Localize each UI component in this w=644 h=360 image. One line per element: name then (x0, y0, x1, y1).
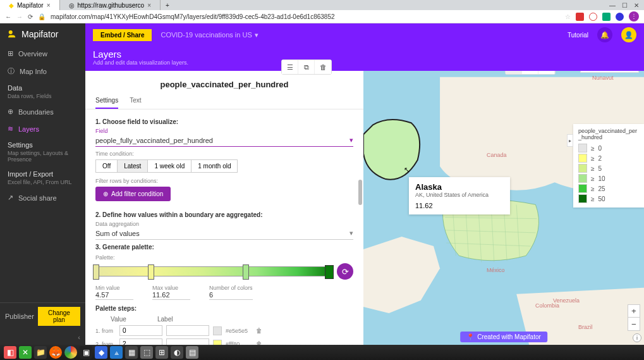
tab-close-icon[interactable]: × (147, 2, 151, 9)
sidebar-item-data[interactable]: Data (0, 80, 85, 93)
new-tab-button[interactable]: + (161, 2, 174, 9)
change-plan-button[interactable]: Change plan (38, 307, 80, 326)
sidebar-sub-data: Data rows, Fields (0, 93, 85, 103)
browser-tab-inactive[interactable]: ◎ https://raw.githubuserco × (60, 0, 161, 10)
sidebar-item-boundaries[interactable]: ⊕Boundaries (0, 103, 85, 120)
sidebar-item-settings[interactable]: Settings (0, 137, 85, 150)
map-title-dropdown[interactable]: COVID-19 vaccinations in US▾ (161, 31, 258, 39)
gradient-handle-start[interactable] (93, 264, 99, 280)
min-value-input[interactable]: 4.57 (95, 291, 133, 300)
step-label-input[interactable] (166, 338, 209, 345)
map-info-button[interactable]: i (633, 333, 641, 342)
map-preview[interactable]: ⛶ ▭ ▯ Fullsize preview (363, 71, 644, 345)
delete-layer-button[interactable]: 🗑 (315, 60, 331, 74)
zoom-in-button[interactable]: + (628, 305, 640, 318)
tutorial-link[interactable]: Tutorial (568, 32, 588, 39)
device-desktop-button[interactable]: ⛶ (506, 71, 522, 74)
sidebar-item-mapinfo[interactable]: ⓘMap Info (0, 62, 85, 80)
taskbar-app-icon[interactable]: ⊞ (155, 346, 168, 359)
taskbar-app-icon[interactable]: ◆ (95, 346, 107, 359)
sidebar-collapse-button[interactable]: ‹ (73, 330, 85, 345)
time-1month-button[interactable]: 1 month old (191, 159, 238, 173)
tab-close-icon[interactable]: × (47, 2, 51, 9)
gradient-handle[interactable] (243, 264, 249, 280)
app-header: Embed / Share COVID-19 vaccinations in U… (85, 23, 644, 46)
gradient-handle-end[interactable] (325, 265, 334, 279)
scrollbar-thumb[interactable] (358, 180, 362, 205)
taskbar-app-icon[interactable]: ◧ (4, 346, 16, 359)
palette-gradient[interactable] (95, 266, 333, 276)
window-minimize-icon[interactable]: ― (609, 2, 616, 9)
browser-tab-active[interactable]: ◆ Mapifator × (0, 0, 60, 10)
fullsize-preview-button[interactable]: Fullsize preview (580, 71, 639, 73)
step-color-swatch[interactable] (213, 340, 222, 345)
tab-favicon: ◆ (9, 2, 14, 9)
nav-back-icon[interactable]: ← (5, 13, 11, 20)
legend-op: ≥ (591, 165, 595, 172)
tab-text[interactable]: Text (130, 93, 141, 109)
chevron-down-icon: ▾ (349, 229, 353, 237)
ncolors-input[interactable]: 6 (209, 291, 253, 300)
sidebar-item-layers[interactable]: ≋Layers (0, 120, 85, 137)
user-icon: 👤 (624, 31, 633, 39)
regenerate-palette-button[interactable]: ⟳ (337, 263, 353, 280)
dashboard-icon: ⊞ (8, 49, 13, 58)
svg-point-0 (9, 30, 13, 34)
gradient-handle[interactable] (148, 264, 154, 280)
sidebar-item-social[interactable]: ↗Social share (0, 189, 85, 206)
max-value-input[interactable]: 11.62 (152, 291, 190, 300)
taskbar-app-icon[interactable]: ⬚ (140, 346, 153, 359)
app-logo[interactable]: Mapifator (0, 23, 85, 45)
legend-collapse-button[interactable]: ▸ (567, 134, 573, 147)
delete-step-icon[interactable]: 🗑 (256, 340, 262, 345)
duplicate-button[interactable]: ⧉ (298, 60, 315, 74)
legend-op: ≥ (591, 145, 595, 152)
device-tablet-button[interactable]: ▭ (522, 71, 538, 74)
taskbar-app-icon[interactable]: ◐ (171, 346, 183, 359)
taskbar-vscode-icon[interactable]: ⟁ (110, 346, 123, 359)
tab-settings[interactable]: Settings (95, 93, 118, 109)
browser-menu-icon[interactable]: ⋮ (629, 11, 639, 22)
cursor-icon: ↖ (404, 166, 410, 174)
step-label-input[interactable] (166, 325, 209, 336)
taskbar-app-icon[interactable]: ▦ (125, 346, 138, 359)
aggregation-select[interactable]: Sum of values ▾ (95, 227, 353, 240)
user-avatar[interactable]: 👤 (621, 27, 636, 42)
taskbar-app-icon[interactable]: 📁 (34, 346, 47, 359)
step-color-swatch[interactable] (213, 326, 222, 335)
taskbar-chrome-icon[interactable] (64, 346, 77, 359)
taskbar-terminal-icon[interactable]: ▣ (80, 346, 92, 359)
sidebar-item-import[interactable]: Import / Export (0, 166, 85, 179)
notifications-button[interactable]: 🔔 (597, 27, 612, 42)
time-off-button[interactable]: Off (95, 159, 118, 173)
tab-favicon: ◎ (69, 2, 75, 9)
bookmark-icon[interactable]: ☆ (565, 13, 571, 20)
step-value-input[interactable] (119, 338, 162, 345)
field-select[interactable]: people_fully_vaccinated_per_hundred ▾ (95, 134, 353, 147)
taskbar-app-icon[interactable]: ▤ (186, 346, 198, 359)
extension-icon[interactable] (616, 13, 624, 21)
extension-icon[interactable] (589, 13, 597, 21)
device-mobile-button[interactable]: ▯ (538, 71, 555, 74)
extension-icon[interactable] (602, 13, 611, 21)
extension-icon[interactable] (576, 13, 584, 21)
taskbar-app-icon[interactable]: ✕ (19, 346, 32, 359)
step-value-input[interactable] (119, 325, 162, 336)
list-view-button[interactable]: ☰ (282, 60, 298, 74)
zoom-out-button[interactable]: − (628, 318, 640, 330)
nav-forward-icon[interactable]: → (16, 13, 23, 20)
address-input[interactable]: mapifator.com/map/41YKXyHEowhD4GsmqM7y/l… (51, 13, 560, 20)
time-latest-button[interactable]: Latest (117, 159, 148, 173)
delete-step-icon[interactable]: 🗑 (256, 327, 262, 334)
taskbar-firefox-icon[interactable]: 🦊 (49, 346, 62, 359)
attribution-badge[interactable]: 📍Created with Mapifator (460, 332, 547, 342)
window-maximize-icon[interactable]: ☐ (622, 2, 628, 9)
time-1week-button[interactable]: 1 week old (147, 159, 191, 173)
nav-reload-icon[interactable]: ⟳ (28, 13, 33, 20)
plus-icon: ⊕ (103, 190, 108, 197)
window-close-icon[interactable]: ✕ (634, 2, 639, 9)
sidebar-item-overview[interactable]: ⊞Overview (0, 45, 85, 62)
map-legend: ▸ people_vaccinated_per_hundred ≥0≥2≥5≥1… (573, 124, 644, 208)
embed-share-button[interactable]: Embed / Share (93, 29, 152, 41)
add-filter-button[interactable]: ⊕Add filter condition (95, 187, 171, 201)
